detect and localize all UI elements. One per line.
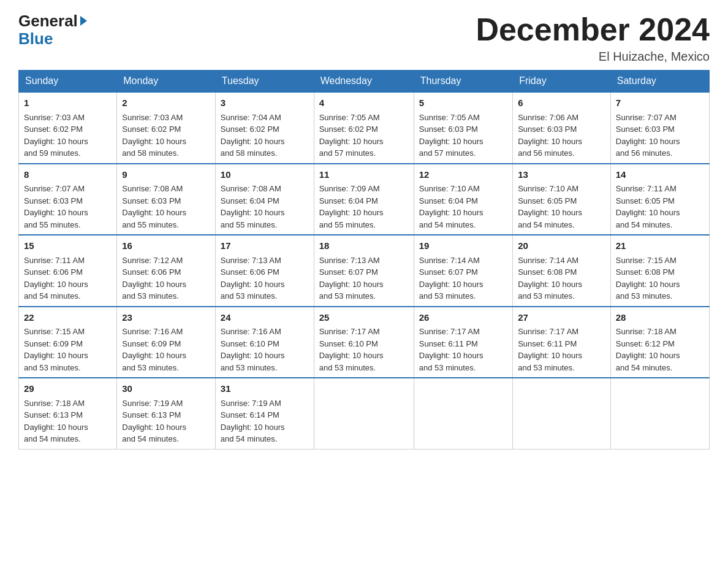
table-row bbox=[610, 378, 709, 449]
table-row: 29Sunrise: 7:18 AMSunset: 6:13 PMDayligh… bbox=[19, 378, 117, 449]
table-row: 1Sunrise: 7:03 AMSunset: 6:02 PMDaylight… bbox=[19, 92, 117, 164]
day-info: Sunrise: 7:11 AMSunset: 6:05 PMDaylight:… bbox=[616, 183, 704, 231]
day-number: 29 bbox=[24, 382, 112, 396]
calendar-table: Sunday Monday Tuesday Wednesday Thursday… bbox=[18, 70, 710, 450]
day-info: Sunrise: 7:13 AMSunset: 6:07 PMDaylight:… bbox=[319, 255, 409, 302]
table-row: 24Sunrise: 7:16 AMSunset: 6:10 PMDayligh… bbox=[215, 307, 314, 378]
table-row: 17Sunrise: 7:13 AMSunset: 6:06 PMDayligh… bbox=[215, 235, 314, 307]
table-row: 15Sunrise: 7:11 AMSunset: 6:06 PMDayligh… bbox=[19, 235, 117, 307]
table-row: 11Sunrise: 7:09 AMSunset: 6:04 PMDayligh… bbox=[314, 164, 414, 236]
calendar-header-row: Sunday Monday Tuesday Wednesday Thursday… bbox=[19, 71, 710, 93]
table-row bbox=[513, 378, 611, 449]
day-number: 28 bbox=[616, 311, 704, 325]
day-info: Sunrise: 7:10 AMSunset: 6:05 PMDaylight:… bbox=[518, 183, 605, 231]
day-number: 10 bbox=[221, 168, 309, 182]
day-info: Sunrise: 7:08 AMSunset: 6:03 PMDaylight:… bbox=[122, 183, 210, 231]
calendar-week-row: 8Sunrise: 7:07 AMSunset: 6:03 PMDaylight… bbox=[19, 164, 710, 236]
day-number: 16 bbox=[122, 239, 210, 253]
day-number: 11 bbox=[319, 168, 409, 182]
day-info: Sunrise: 7:04 AMSunset: 6:02 PMDaylight:… bbox=[221, 112, 309, 159]
day-info: Sunrise: 7:16 AMSunset: 6:09 PMDaylight:… bbox=[122, 326, 210, 373]
calendar-week-row: 29Sunrise: 7:18 AMSunset: 6:13 PMDayligh… bbox=[19, 378, 710, 449]
day-info: Sunrise: 7:17 AMSunset: 6:11 PMDaylight:… bbox=[518, 326, 605, 373]
col-saturday: Saturday bbox=[610, 71, 709, 93]
table-row: 6Sunrise: 7:06 AMSunset: 6:03 PMDaylight… bbox=[513, 92, 611, 164]
day-info: Sunrise: 7:14 AMSunset: 6:07 PMDaylight:… bbox=[419, 255, 507, 302]
day-number: 26 bbox=[419, 311, 507, 325]
day-info: Sunrise: 7:18 AMSunset: 6:13 PMDaylight:… bbox=[24, 397, 112, 445]
day-number: 1 bbox=[24, 96, 112, 110]
day-info: Sunrise: 7:07 AMSunset: 6:03 PMDaylight:… bbox=[24, 183, 112, 231]
day-number: 3 bbox=[221, 96, 309, 110]
calendar-title: December 2024 bbox=[476, 12, 710, 47]
col-tuesday: Tuesday bbox=[215, 71, 314, 93]
logo: General Blue bbox=[18, 12, 87, 47]
logo-general-text: General bbox=[18, 12, 87, 30]
day-number: 5 bbox=[419, 96, 507, 110]
table-row: 12Sunrise: 7:10 AMSunset: 6:04 PMDayligh… bbox=[414, 164, 512, 236]
table-row: 23Sunrise: 7:16 AMSunset: 6:09 PMDayligh… bbox=[117, 307, 216, 378]
table-row: 27Sunrise: 7:17 AMSunset: 6:11 PMDayligh… bbox=[513, 307, 611, 378]
table-row: 31Sunrise: 7:19 AMSunset: 6:14 PMDayligh… bbox=[215, 378, 314, 449]
day-info: Sunrise: 7:17 AMSunset: 6:11 PMDaylight:… bbox=[419, 326, 507, 373]
col-monday: Monday bbox=[117, 71, 216, 93]
table-row: 16Sunrise: 7:12 AMSunset: 6:06 PMDayligh… bbox=[117, 235, 216, 307]
day-number: 8 bbox=[24, 168, 112, 182]
table-row: 10Sunrise: 7:08 AMSunset: 6:04 PMDayligh… bbox=[215, 164, 314, 236]
calendar-location: El Huizache, Mexico bbox=[476, 50, 710, 64]
table-row: 28Sunrise: 7:18 AMSunset: 6:12 PMDayligh… bbox=[610, 307, 709, 378]
day-number: 17 bbox=[221, 239, 309, 253]
day-number: 21 bbox=[616, 239, 704, 253]
table-row: 5Sunrise: 7:05 AMSunset: 6:03 PMDaylight… bbox=[414, 92, 512, 164]
day-info: Sunrise: 7:14 AMSunset: 6:08 PMDaylight:… bbox=[518, 255, 605, 302]
day-info: Sunrise: 7:18 AMSunset: 6:12 PMDaylight:… bbox=[616, 326, 704, 373]
day-number: 14 bbox=[616, 168, 704, 182]
table-row: 9Sunrise: 7:08 AMSunset: 6:03 PMDaylight… bbox=[117, 164, 216, 236]
day-number: 4 bbox=[319, 96, 409, 110]
day-number: 15 bbox=[24, 239, 112, 253]
day-info: Sunrise: 7:03 AMSunset: 6:02 PMDaylight:… bbox=[122, 112, 210, 159]
day-info: Sunrise: 7:08 AMSunset: 6:04 PMDaylight:… bbox=[221, 183, 309, 231]
day-info: Sunrise: 7:05 AMSunset: 6:03 PMDaylight:… bbox=[419, 112, 507, 159]
day-number: 19 bbox=[419, 239, 507, 253]
day-info: Sunrise: 7:09 AMSunset: 6:04 PMDaylight:… bbox=[319, 183, 409, 231]
day-info: Sunrise: 7:05 AMSunset: 6:02 PMDaylight:… bbox=[319, 112, 409, 159]
table-row: 14Sunrise: 7:11 AMSunset: 6:05 PMDayligh… bbox=[610, 164, 709, 236]
table-row: 19Sunrise: 7:14 AMSunset: 6:07 PMDayligh… bbox=[414, 235, 512, 307]
table-row: 7Sunrise: 7:07 AMSunset: 6:03 PMDaylight… bbox=[610, 92, 709, 164]
day-info: Sunrise: 7:19 AMSunset: 6:14 PMDaylight:… bbox=[221, 397, 309, 445]
day-number: 27 bbox=[518, 311, 605, 325]
table-row bbox=[414, 378, 512, 449]
day-info: Sunrise: 7:15 AMSunset: 6:09 PMDaylight:… bbox=[24, 326, 112, 373]
logo-general-label: General bbox=[18, 12, 78, 30]
page: General Blue December 2024 El Huizache, … bbox=[0, 0, 728, 468]
table-row: 25Sunrise: 7:17 AMSunset: 6:10 PMDayligh… bbox=[314, 307, 414, 378]
day-info: Sunrise: 7:06 AMSunset: 6:03 PMDaylight:… bbox=[518, 112, 605, 159]
day-number: 18 bbox=[319, 239, 409, 253]
day-info: Sunrise: 7:16 AMSunset: 6:10 PMDaylight:… bbox=[221, 326, 309, 373]
header: General Blue December 2024 El Huizache, … bbox=[18, 12, 710, 64]
day-number: 20 bbox=[518, 239, 605, 253]
table-row: 22Sunrise: 7:15 AMSunset: 6:09 PMDayligh… bbox=[19, 307, 117, 378]
table-row: 13Sunrise: 7:10 AMSunset: 6:05 PMDayligh… bbox=[513, 164, 611, 236]
day-number: 31 bbox=[221, 382, 309, 396]
day-number: 25 bbox=[319, 311, 409, 325]
logo-blue-text: Blue bbox=[18, 30, 87, 48]
day-number: 7 bbox=[616, 96, 704, 110]
day-info: Sunrise: 7:17 AMSunset: 6:10 PMDaylight:… bbox=[319, 326, 409, 373]
col-sunday: Sunday bbox=[19, 71, 117, 93]
table-row: 18Sunrise: 7:13 AMSunset: 6:07 PMDayligh… bbox=[314, 235, 414, 307]
table-row: 3Sunrise: 7:04 AMSunset: 6:02 PMDaylight… bbox=[215, 92, 314, 164]
calendar-week-row: 15Sunrise: 7:11 AMSunset: 6:06 PMDayligh… bbox=[19, 235, 710, 307]
day-info: Sunrise: 7:07 AMSunset: 6:03 PMDaylight:… bbox=[616, 112, 704, 159]
day-info: Sunrise: 7:10 AMSunset: 6:04 PMDaylight:… bbox=[419, 183, 507, 231]
table-row bbox=[314, 378, 414, 449]
logo-triangle-icon bbox=[80, 16, 87, 26]
day-info: Sunrise: 7:11 AMSunset: 6:06 PMDaylight:… bbox=[24, 255, 112, 302]
day-number: 22 bbox=[24, 311, 112, 325]
calendar-week-row: 22Sunrise: 7:15 AMSunset: 6:09 PMDayligh… bbox=[19, 307, 710, 378]
day-number: 6 bbox=[518, 96, 605, 110]
col-wednesday: Wednesday bbox=[314, 71, 414, 93]
day-number: 24 bbox=[221, 311, 309, 325]
day-number: 13 bbox=[518, 168, 605, 182]
